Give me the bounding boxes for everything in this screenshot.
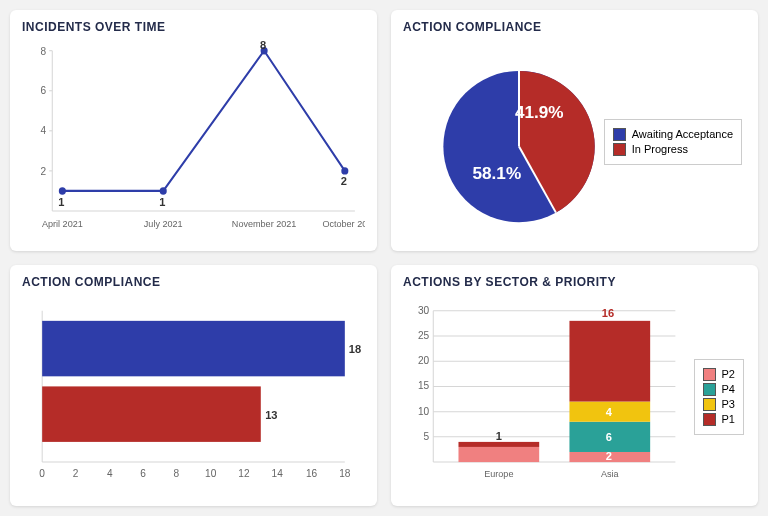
svg-text:6: 6 <box>606 431 612 443</box>
legend-label: In Progress <box>632 143 688 155</box>
svg-text:41.9%: 41.9% <box>515 102 564 122</box>
legend-item-p1: P1 <box>703 413 735 426</box>
svg-text:8: 8 <box>174 468 180 479</box>
card-action-compliance-pie: ACTION COMPLIANCE 41.9% 58.1% Awaiting A… <box>391 10 758 251</box>
svg-text:12: 12 <box>238 468 250 479</box>
legend-label: P4 <box>722 383 735 395</box>
svg-text:8: 8 <box>260 40 266 51</box>
legend-label: Awaiting Acceptance <box>632 128 733 140</box>
svg-text:16: 16 <box>602 307 614 319</box>
svg-text:0: 0 <box>39 468 45 479</box>
svg-text:6: 6 <box>41 85 47 96</box>
stack-legend: P2 P4 P3 P1 <box>694 359 744 435</box>
swatch-icon <box>613 143 626 156</box>
pie-chart: 41.9% 58.1% Awaiting Acceptance In Progr… <box>403 40 746 243</box>
svg-text:2: 2 <box>73 468 79 479</box>
svg-text:4: 4 <box>41 125 47 136</box>
svg-text:6: 6 <box>140 468 146 479</box>
line-chart: 2 4 6 8 1 1 8 2 April 2021 July 2021 Nov… <box>22 40 365 243</box>
card-title: ACTION COMPLIANCE <box>403 20 746 34</box>
svg-text:16: 16 <box>306 468 318 479</box>
svg-text:8: 8 <box>41 46 47 57</box>
stacked-bar-chart: 5 10 15 20 25 30 1 1 <box>403 295 746 498</box>
svg-text:58.1%: 58.1% <box>473 163 522 183</box>
hbar-chart: 0 2 4 6 8 10 12 14 16 18 18 13 <box>22 295 365 498</box>
svg-text:April 2021: April 2021 <box>42 219 83 229</box>
svg-text:5: 5 <box>424 431 430 442</box>
card-action-compliance-bar: ACTION COMPLIANCE 0 2 4 6 8 10 12 14 16 … <box>10 265 377 506</box>
card-title: INCIDENTS OVER TIME <box>22 20 365 34</box>
svg-text:13: 13 <box>265 409 277 421</box>
svg-text:July 2021: July 2021 <box>144 219 183 229</box>
svg-text:4: 4 <box>606 406 613 418</box>
svg-text:10: 10 <box>205 468 217 479</box>
card-title: ACTIONS BY SECTOR & PRIORITY <box>403 275 746 289</box>
bar-inprogress <box>42 386 261 441</box>
svg-text:14: 14 <box>272 468 284 479</box>
legend-item-p4: P4 <box>703 383 735 396</box>
svg-text:October 20: October 20 <box>322 219 365 229</box>
svg-text:November 2021: November 2021 <box>232 219 297 229</box>
svg-text:15: 15 <box>418 380 430 391</box>
svg-text:25: 25 <box>418 330 430 341</box>
swatch-icon <box>703 368 716 381</box>
svg-rect-55 <box>458 447 539 462</box>
svg-text:1: 1 <box>496 430 502 442</box>
card-actions-by-sector: ACTIONS BY SECTOR & PRIORITY 5 10 15 20 … <box>391 265 758 506</box>
svg-text:2: 2 <box>606 450 612 462</box>
svg-text:2: 2 <box>41 165 47 176</box>
svg-text:1: 1 <box>58 195 65 207</box>
svg-point-10 <box>59 187 66 194</box>
legend-label: P2 <box>722 368 735 380</box>
svg-rect-61 <box>569 321 650 402</box>
svg-text:20: 20 <box>418 355 430 366</box>
svg-text:Europe: Europe <box>484 469 513 479</box>
legend-item-p2: P2 <box>703 368 735 381</box>
svg-rect-56 <box>458 442 539 447</box>
bar-asia: 16 4 6 2 <box>569 307 650 462</box>
svg-point-13 <box>341 167 348 174</box>
swatch-icon <box>703 398 716 411</box>
legend-item-inprogress: In Progress <box>613 143 733 156</box>
bar-europe: 1 <box>458 430 539 462</box>
swatch-icon <box>703 413 716 426</box>
pie-legend: Awaiting Acceptance In Progress <box>604 119 742 165</box>
bar-awaiting <box>42 321 345 376</box>
legend-label: P1 <box>722 413 735 425</box>
legend-item-p3: P3 <box>703 398 735 411</box>
legend-item-awaiting: Awaiting Acceptance <box>613 128 733 141</box>
card-title: ACTION COMPLIANCE <box>22 275 365 289</box>
svg-point-11 <box>160 187 167 194</box>
svg-text:10: 10 <box>418 406 430 417</box>
svg-text:30: 30 <box>418 305 430 316</box>
svg-text:18: 18 <box>349 343 361 355</box>
svg-text:1: 1 <box>159 195 166 207</box>
svg-text:Asia: Asia <box>601 469 620 479</box>
card-incidents-over-time: INCIDENTS OVER TIME 2 4 6 8 1 1 8 <box>10 10 377 251</box>
svg-text:4: 4 <box>107 468 113 479</box>
swatch-icon <box>703 383 716 396</box>
svg-text:2: 2 <box>341 175 347 187</box>
svg-text:18: 18 <box>339 468 351 479</box>
swatch-icon <box>613 128 626 141</box>
legend-label: P3 <box>722 398 735 410</box>
series-line <box>62 51 344 191</box>
